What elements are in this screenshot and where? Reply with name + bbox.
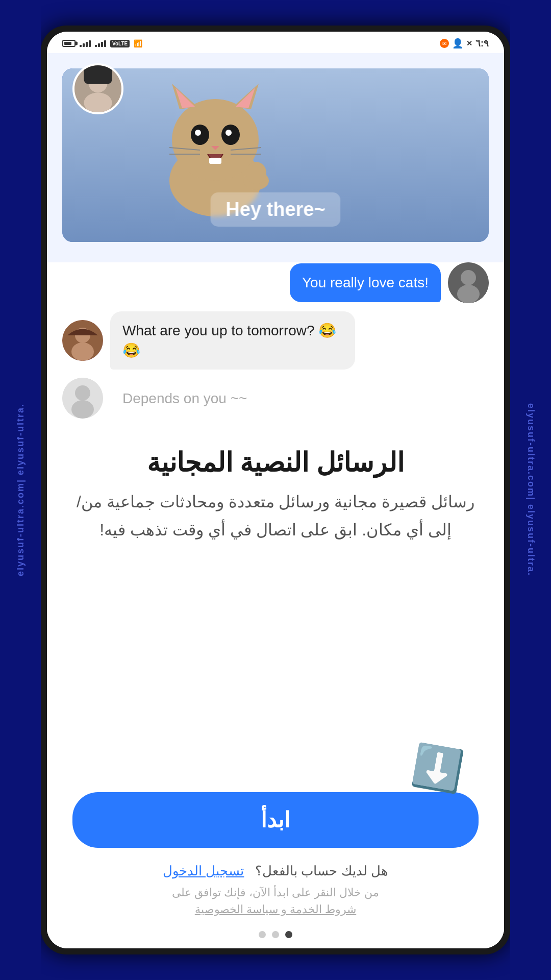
message-bubble-ghost: Depends on you ~~ — [110, 379, 259, 418]
dot-3-active[interactable] — [285, 931, 292, 938]
message-row-received-1: What are you up to tomorrow? 😂😂 — [62, 311, 489, 370]
svg-point-5 — [172, 99, 259, 181]
status-left: VoLTE 📶 — [62, 39, 142, 47]
login-link[interactable]: تسجيل الدخول — [163, 863, 244, 878]
status-icons: ✉ 👤 ✕ — [440, 38, 472, 49]
svg-rect-15 — [209, 158, 221, 164]
watermark-right-text: elyusuf-ultra.com| elyusuf-ultra. — [525, 403, 536, 576]
status-right: ✉ 👤 ✕ ٦:٩ — [440, 38, 489, 49]
watermark-left-text: elyusuf-ultra.com| elyusuf-ultra. — [15, 403, 26, 576]
watermark-right: elyusuf-ultra.com| elyusuf-ultra. — [510, 0, 551, 980]
watermark-left: elyusuf-ultra.com| elyusuf-ultra. — [0, 0, 41, 980]
svg-point-30 — [71, 400, 94, 419]
signal-bars-1 — [80, 40, 91, 47]
login-question: هل لديك حساب بالفعل؟ — [255, 863, 388, 878]
phone-screen: VoLTE 📶 ✉ 👤 ✕ ٦:٩ — [47, 32, 504, 948]
svg-point-12 — [195, 130, 201, 136]
banner-text: Hey there~ — [210, 192, 340, 227]
volte-badge: VoLTE — [110, 40, 130, 47]
status-bar: VoLTE 📶 ✉ 👤 ✕ ٦:٩ — [47, 32, 504, 53]
content-area: Hey there~ You really love cats! — [47, 53, 504, 948]
svg-rect-3 — [84, 65, 112, 84]
main-description: رسائل قصيرة مجانية ورسائل متعددة ومحادثا… — [72, 488, 479, 544]
terms-link[interactable]: شروط الخدمة و سياسة الخصوصية — [195, 903, 356, 916]
arrow-container: ⬇️ — [47, 744, 504, 792]
text-section: الرسائل النصية المجانية رسائل قصيرة مجان… — [47, 432, 504, 744]
terms-text: من خلال النقر على ابدأ الآن، فإنك توافق … — [72, 884, 479, 918]
email-icon: ✉ — [440, 39, 449, 48]
message-row-ghost: Depends on you ~~ — [62, 378, 489, 419]
start-button[interactable]: ابدأ — [72, 792, 479, 848]
phone-frame: VoLTE 📶 ✉ 👤 ✕ ٦:٩ — [41, 26, 510, 954]
svg-point-21 — [246, 162, 266, 184]
time-display: ٦:٩ — [475, 38, 489, 49]
signal-bars-2 — [95, 40, 106, 47]
message-bubble-received-1: What are you up to tomorrow? 😂😂 — [110, 311, 355, 370]
red-arrow-icon: ⬇️ — [409, 740, 467, 796]
main-title: الرسائل النصية المجانية — [72, 447, 479, 478]
battery-icon — [62, 40, 76, 47]
message-row-sent: You really love cats! — [62, 262, 489, 303]
dot-1[interactable] — [259, 931, 266, 938]
svg-point-23 — [461, 270, 476, 285]
terms-prefix: من خلال النقر على ابدأ الآن، فإنك توافق … — [172, 886, 380, 899]
profile-icon: 👤 — [452, 38, 463, 49]
svg-point-2 — [84, 92, 112, 113]
cat-banner: Hey there~ — [62, 68, 489, 242]
chat-illustration: Hey there~ — [47, 53, 504, 262]
x-icon: ✕ — [466, 39, 472, 47]
wifi-icon: 📶 — [134, 39, 142, 47]
avatar-ghost — [62, 378, 103, 419]
svg-point-24 — [457, 285, 480, 303]
avatar-male-1 — [448, 262, 489, 303]
svg-point-13 — [226, 130, 232, 136]
chat-messages: You really love cats! What are you up to… — [47, 262, 504, 432]
login-text: هل لديك حساب بالفعل؟ تسجيل الدخول — [72, 863, 479, 879]
dot-2[interactable] — [272, 931, 279, 938]
avatar-female-1 — [72, 63, 123, 114]
avatar-female-2 — [62, 320, 103, 361]
login-section: هل لديك حساب بالفعل؟ تسجيل الدخول من خلا… — [47, 858, 504, 923]
start-button-container: ابدأ — [47, 787, 504, 858]
message-bubble-sent: You really love cats! — [290, 263, 441, 302]
svg-point-29 — [75, 385, 90, 401]
svg-point-27 — [71, 342, 94, 361]
pagination-dots — [47, 923, 504, 948]
